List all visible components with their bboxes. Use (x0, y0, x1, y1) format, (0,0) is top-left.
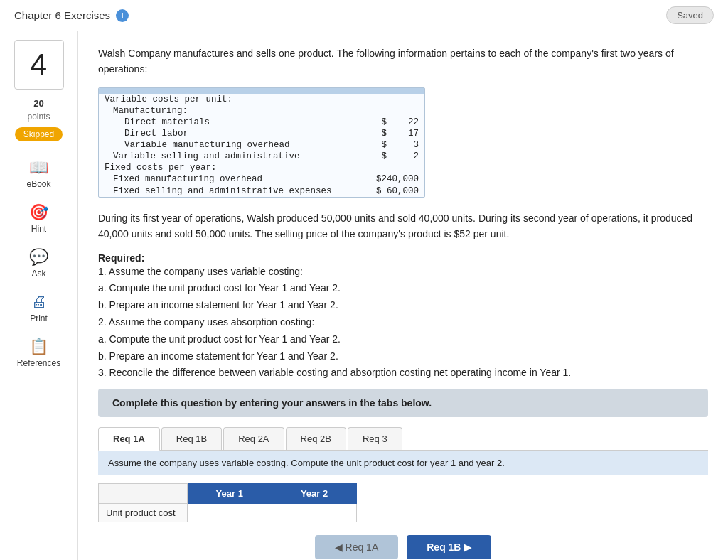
table-row: Direct materials $ 22 (99, 117, 424, 128)
tabs-row: Req 1A Req 1B Req 2A Req 2B Req 3 (98, 427, 708, 451)
list-item: 1. Assume the company uses variable cost… (98, 264, 708, 281)
problem-intro: Walsh Company manufactures and sells one… (98, 45, 708, 77)
list-item: 3. Reconcile the difference between vari… (98, 365, 708, 382)
year1-input[interactable] (191, 505, 262, 520)
cost-row-value: $ 22 (364, 117, 424, 128)
main-layout: 4 20 points Skipped 📖 eBook 🎯 Hint 💬 Ask… (0, 31, 728, 560)
table-row: Fixed manufacturing overhead $240,000 (99, 173, 424, 185)
nav-buttons: ◀ Req 1A Req 1B ▶ (98, 535, 708, 559)
sidebar-item-ask[interactable]: 💬 Ask (7, 242, 71, 284)
required-list: 1. Assume the company uses variable cost… (98, 264, 708, 382)
cost-row-value: $ 60,000 (364, 185, 424, 197)
ask-icon: 💬 (29, 248, 48, 266)
sidebar-item-ask-label: Ask (31, 269, 46, 279)
cost-row-label: Variable manufacturing overhead (99, 139, 364, 151)
next-button[interactable]: Req 1B ▶ (407, 535, 491, 559)
list-item: b. Prepare an income statement for Year … (98, 297, 708, 314)
year2-header: Year 2 (272, 484, 356, 504)
cost-row-value (364, 105, 424, 117)
cost-row-value: $240,000 (364, 173, 424, 185)
row-label: Unit product cost (99, 504, 188, 522)
table-corner (99, 484, 188, 504)
table-row: Direct labor $ 17 (99, 128, 424, 139)
saved-badge: Saved (666, 6, 714, 24)
cost-row-value: $ 17 (364, 128, 424, 139)
table-row: Variable costs per unit: (99, 94, 424, 105)
answer-table: Year 1 Year 2 Unit product cost (98, 483, 357, 522)
cost-row-label: Direct materials (99, 117, 364, 128)
sidebar-item-references-label: References (17, 358, 60, 368)
sidebar-item-hint-label: Hint (31, 224, 46, 234)
cost-row-label: Fixed costs per year: (99, 162, 364, 173)
cost-row-label: Variable costs per unit: (99, 94, 364, 105)
table-row: Variable manufacturing overhead $ 3 (99, 139, 424, 151)
table-row: Variable selling and administrative $ 2 (99, 151, 424, 162)
header-left: Chapter 6 Exercises i (14, 9, 129, 22)
main-content: Walsh Company manufactures and sells one… (78, 31, 728, 560)
list-item: 2. Assume the company uses absorption co… (98, 314, 708, 331)
sidebar-item-references[interactable]: 📋 References (7, 332, 71, 374)
cost-table-wrapper: Variable costs per unit: Manufacturing: … (98, 87, 425, 198)
table-row: Fixed selling and administrative expense… (99, 185, 424, 197)
cost-row-value: $ 2 (364, 151, 424, 162)
list-item: a. Compute the unit product cost for Yea… (98, 331, 708, 348)
cost-row-value (364, 94, 424, 105)
answer-table-section: Year 1 Year 2 Unit product cost (98, 483, 708, 522)
tab-instruction: Assume the company uses variable costing… (98, 451, 708, 475)
complete-banner: Complete this question by entering your … (98, 389, 708, 417)
tab-req1a[interactable]: Req 1A (98, 427, 160, 451)
page-title: Chapter 6 Exercises (14, 9, 110, 21)
sidebar-item-ebook[interactable]: 📖 eBook (7, 153, 71, 195)
book-icon: 📖 (29, 158, 48, 177)
info-icon[interactable]: i (116, 9, 129, 22)
references-icon: 📋 (29, 338, 48, 356)
cost-table-header-bar (99, 88, 424, 94)
cost-row-value: $ 3 (364, 139, 424, 151)
list-item: a. Compute the unit product cost for Yea… (98, 280, 708, 297)
cost-row-label: Variable selling and administrative (99, 151, 364, 162)
sidebar-item-ebook-label: eBook (26, 179, 50, 189)
cost-row-value (364, 162, 424, 173)
tab-req1b[interactable]: Req 1B (161, 427, 222, 450)
tab-req2a[interactable]: Req 2A (223, 427, 284, 450)
list-item: b. Prepare an income statement for Year … (98, 348, 708, 365)
sidebar: 4 20 points Skipped 📖 eBook 🎯 Hint 💬 Ask… (0, 31, 78, 560)
tab-req3[interactable]: Req 3 (348, 427, 402, 450)
table-row: Unit product cost (99, 504, 357, 522)
header: Chapter 6 Exercises i Saved (0, 0, 728, 31)
year2-input[interactable] (275, 505, 346, 520)
cost-row-label: Direct labor (99, 128, 364, 139)
sidebar-item-print[interactable]: 🖨 Print (7, 287, 71, 329)
sidebar-item-print-label: Print (30, 313, 48, 323)
points-label: points (27, 112, 50, 122)
cost-table: Variable costs per unit: Manufacturing: … (99, 94, 424, 197)
sidebar-item-hint[interactable]: 🎯 Hint (7, 198, 71, 239)
cost-row-label: Fixed manufacturing overhead (99, 173, 364, 185)
status-badge: Skipped (15, 127, 63, 141)
table-row: Fixed costs per year: (99, 162, 424, 173)
question-number: 4 (14, 40, 64, 90)
prev-button[interactable]: ◀ Req 1A (315, 535, 399, 559)
hint-icon: 🎯 (29, 203, 48, 222)
tab-req2b[interactable]: Req 2B (286, 427, 346, 450)
required-section: Required: 1. Assume the company uses var… (98, 252, 708, 382)
print-icon: 🖨 (31, 293, 47, 311)
required-label: Required: (98, 252, 144, 264)
cost-row-label: Manufacturing: (99, 105, 364, 117)
year2-input-cell[interactable] (272, 504, 356, 522)
cost-row-label: Fixed selling and administrative expense… (99, 185, 364, 197)
table-row: Manufacturing: (99, 105, 424, 117)
points-value: 20 (33, 98, 43, 109)
year1-header: Year 1 (187, 484, 272, 504)
year1-input-cell[interactable] (187, 504, 272, 522)
problem-body-text: During its first year of operations, Wal… (98, 210, 708, 242)
